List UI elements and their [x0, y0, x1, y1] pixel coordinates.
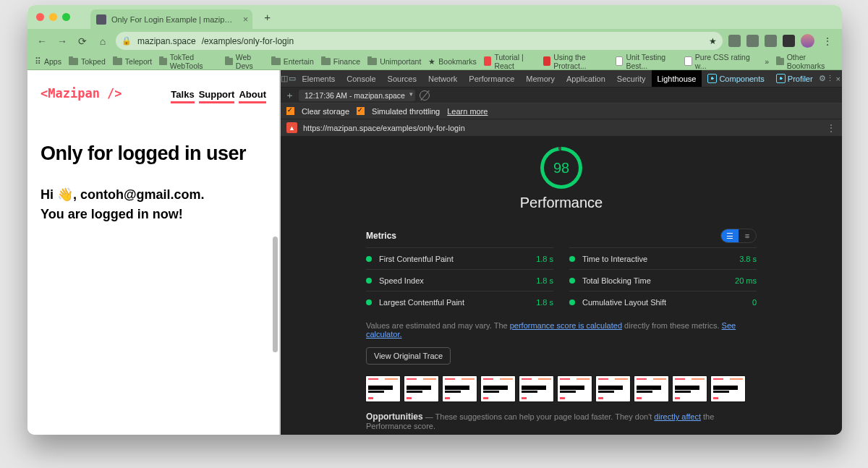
bookmark-item[interactable]: Using the Protract...	[543, 53, 608, 70]
status-dot-icon	[366, 256, 372, 262]
metric-cls: Cumulative Layout Shift0	[569, 291, 757, 312]
profile-avatar[interactable]	[801, 34, 814, 48]
report-selector[interactable]: 12:17:36 AM - mazipan.space	[299, 90, 415, 101]
bookmark-folder[interactable]: Entertain	[271, 57, 314, 66]
filmstrip-frame[interactable]	[443, 376, 477, 401]
extension-icon[interactable]	[746, 35, 759, 47]
filmstrip-frame[interactable]	[673, 376, 707, 401]
inspect-icon[interactable]: ◫	[281, 70, 289, 87]
reload-button[interactable]: ⟳	[75, 35, 90, 47]
tab-profiler[interactable]: Profiler	[770, 70, 819, 87]
bookmark-folder[interactable]: Teleport	[113, 57, 152, 66]
page-title: Only for logged in user	[41, 142, 266, 165]
bookmark-folder[interactable]: Tokped	[69, 57, 106, 66]
gauge-circle: 98	[540, 147, 582, 189]
react-icon	[776, 74, 786, 83]
extension-icons: ⋮	[728, 34, 835, 48]
filmstrip-frame[interactable]	[596, 376, 630, 401]
filmstrip-frame[interactable]	[711, 376, 745, 401]
report-url-bar: ▲ https://mazipan.space/examples/only-fo…	[281, 119, 842, 137]
filmstrip-frame[interactable]	[558, 376, 592, 401]
tab-console[interactable]: Console	[341, 70, 381, 87]
more-icon[interactable]: ⋮	[826, 70, 834, 87]
tab-network[interactable]: Network	[422, 70, 463, 87]
apps-button[interactable]: ⠿Apps	[35, 56, 61, 67]
report-url: https://mazipan.space/examples/only-for-…	[303, 124, 465, 132]
browser-tab[interactable]: Only For Login Example | mazip… ×	[90, 9, 252, 29]
filmstrip-frame[interactable]	[634, 376, 668, 401]
checkbox-sim-throttle[interactable]	[357, 107, 365, 115]
site-nav: Talks Support About	[171, 89, 266, 103]
status-dot-icon	[569, 256, 575, 262]
tab-performance[interactable]: Performance	[463, 70, 520, 87]
bookmarks-overflow[interactable]: »	[765, 57, 769, 66]
tab-components[interactable]: Components	[702, 70, 770, 87]
minimize-window-icon[interactable]	[49, 13, 57, 21]
bookmark-folder[interactable]: Finance	[321, 57, 360, 66]
close-devtools-icon[interactable]: ×	[834, 70, 842, 87]
bookmark-folder[interactable]: Unimportant	[367, 57, 421, 66]
bookmark-folder[interactable]: Web Devs	[225, 53, 263, 70]
tab-elements[interactable]: Elements	[296, 70, 341, 87]
status-dot-icon	[366, 278, 372, 284]
settings-icon[interactable]: ⚙	[819, 70, 827, 87]
checkbox-clear-storage[interactable]	[286, 107, 294, 115]
bookmark-star-icon[interactable]: ★	[709, 36, 717, 46]
score-calc-link[interactable]: performance score is calculated	[510, 321, 622, 330]
address-bar[interactable]: 🔒 mazipan.space/examples/only-for-login …	[116, 32, 723, 50]
lighthouse-options: Clear storage Simulated throttling Learn…	[281, 103, 842, 119]
extension-icon[interactable]	[765, 35, 777, 47]
devtools-tabs: ◫ ▭ Elements Console Sources Network Per…	[281, 70, 842, 88]
clear-icon[interactable]	[420, 90, 430, 101]
tab-sources[interactable]: Sources	[382, 70, 422, 87]
report-menu-icon[interactable]: ⋮	[826, 122, 836, 134]
bookmark-item[interactable]: Tutorial | React	[484, 53, 536, 70]
tab-close-icon[interactable]: ×	[243, 14, 249, 25]
nav-support[interactable]: Support	[199, 89, 235, 103]
view-trace-button[interactable]: View Original Trace	[366, 347, 451, 365]
metrics-label: Metrics	[366, 231, 396, 241]
greeting-line-2: You are logged in now!	[41, 207, 266, 222]
lighthouse-report: 98 Performance Metrics ☰ ≡ First Content…	[281, 137, 842, 435]
filmstrip-frame[interactable]	[519, 376, 553, 401]
home-button[interactable]: ⌂	[95, 35, 110, 47]
url-path: /examples/only-for-login	[202, 36, 294, 46]
back-button[interactable]: ←	[35, 35, 49, 47]
filmstrip-frame[interactable]	[481, 376, 515, 401]
bookmark-item[interactable]: Unit Testing Best...	[616, 53, 677, 70]
tab-lighthouse[interactable]: Lighthouse	[652, 70, 702, 87]
new-tab-button[interactable]: +	[260, 11, 275, 23]
directly-affect-link[interactable]: directly affect	[654, 412, 701, 421]
device-toggle-icon[interactable]: ▭	[289, 70, 297, 87]
maximize-window-icon[interactable]	[62, 13, 70, 21]
extension-icon[interactable]	[728, 35, 741, 47]
tab-security[interactable]: Security	[611, 70, 652, 87]
tab-application[interactable]: Application	[561, 70, 611, 87]
metric-tti: Time to Interactive3.8 s	[569, 247, 757, 269]
browser-window: Only For Login Example | mazip… × + ← → …	[27, 5, 842, 435]
nav-talks[interactable]: Talks	[171, 89, 194, 103]
extensions-menu-icon[interactable]	[783, 35, 795, 47]
greeting-line-1: Hi 👋, contoh@gmail.com.	[41, 187, 266, 203]
forward-button[interactable]: →	[55, 35, 69, 47]
bookmarks-bar: ⠿Apps Tokped Teleport TokTed WebTools We…	[27, 53, 842, 70]
close-window-icon[interactable]	[36, 13, 44, 21]
browser-toolbar: ← → ⟳ ⌂ 🔒 mazipan.space/examples/only-fo…	[27, 29, 842, 53]
filmstrip-frame[interactable]	[404, 376, 438, 401]
new-report-button[interactable]: ＋	[285, 89, 294, 102]
bookmark-item[interactable]: Pure CSS rating w...	[684, 53, 750, 70]
metrics-view-toggle: ☰ ≡	[720, 229, 757, 243]
tab-memory[interactable]: Memory	[520, 70, 561, 87]
bookmark-item[interactable]: ★Bookmarks	[428, 57, 477, 66]
nav-about[interactable]: About	[239, 89, 266, 103]
status-dot-icon	[569, 278, 575, 284]
other-bookmarks[interactable]: Other Bookmarks	[776, 53, 835, 70]
filmstrip-frame[interactable]	[366, 376, 400, 401]
tab-strip: Only For Login Example | mazip… × +	[27, 5, 842, 29]
scrollbar[interactable]	[273, 237, 278, 352]
view-expanded-icon[interactable]: ☰	[721, 229, 739, 242]
menu-icon[interactable]: ⋮	[820, 35, 835, 47]
bookmark-folder[interactable]: TokTed WebTools	[159, 53, 218, 70]
learn-more-link[interactable]: Learn more	[447, 107, 488, 116]
view-compact-icon[interactable]: ≡	[739, 229, 756, 242]
